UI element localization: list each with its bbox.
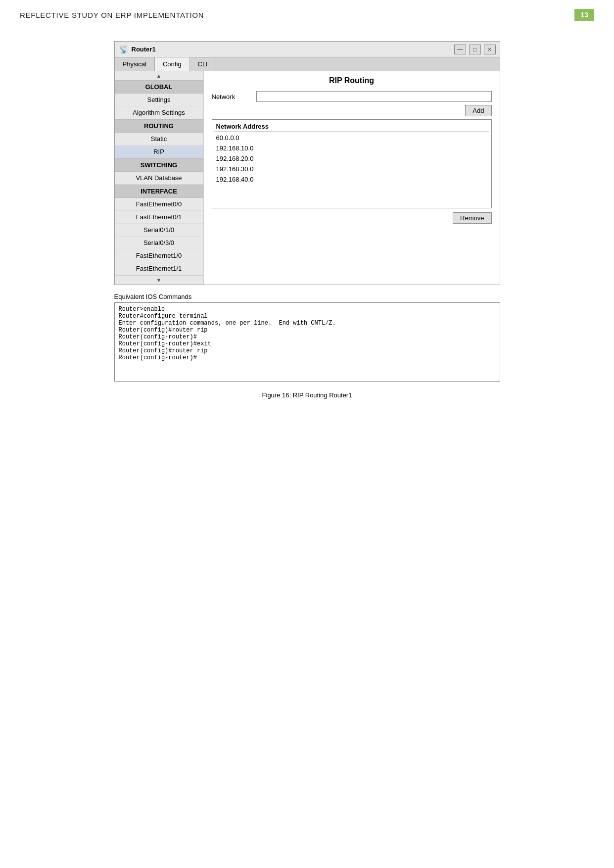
list-item[interactable]: 192.168.20.0: [214, 153, 489, 164]
ios-section: Equivalent IOS Commands Router>enable Ro…: [114, 293, 500, 382]
page-number: 13: [574, 9, 594, 21]
tab-cli[interactable]: CLI: [190, 57, 216, 71]
tab-bar: Physical Config CLI: [115, 57, 500, 71]
title-bar-left: 📡 Router1: [119, 45, 156, 54]
list-item[interactable]: 192.168.30.0: [214, 164, 489, 174]
sidebar-group-routing: ROUTING: [115, 119, 203, 133]
list-item[interactable]: 192.168.40.0: [214, 174, 489, 185]
add-button[interactable]: Add: [465, 105, 491, 116]
sidebar-item-serial010[interactable]: Serial0/1/0: [115, 224, 203, 237]
sidebar-item-fastethernet01[interactable]: FastEthernet0/1: [115, 211, 203, 224]
router-window: 📡 Router1 — □ × Physical Config CLI ▲ GL…: [114, 41, 500, 285]
network-input[interactable]: [256, 91, 492, 102]
sidebar-item-fastethernet11[interactable]: FastEthernet1/1: [115, 262, 203, 275]
list-item[interactable]: 60.0.0.0: [214, 133, 489, 143]
sidebar-scroll-down[interactable]: ▼: [115, 275, 203, 285]
close-button[interactable]: ×: [484, 45, 496, 54]
sidebar-group-interface: INTERFACE: [115, 185, 203, 198]
sidebar-item-fastethernet10[interactable]: FastEthernet1/0: [115, 249, 203, 262]
remove-row: Remove: [212, 212, 492, 224]
rip-title: RIP Routing: [212, 76, 492, 85]
network-list: Network Address 60.0.0.0 192.168.10.0 19…: [212, 119, 492, 208]
remove-button[interactable]: Remove: [453, 212, 491, 224]
page-header: REFLECTIVE STUDY ON ERP IMPLEMENTATION 1…: [0, 0, 614, 26]
figure-caption: Figure 16: RIP Routing Router1: [40, 391, 574, 399]
title-bar: 📡 Router1 — □ ×: [115, 42, 500, 57]
restore-button[interactable]: □: [469, 45, 481, 54]
sidebar-group-switching: SWITCHING: [115, 158, 203, 172]
main-content: 📡 Router1 — □ × Physical Config CLI ▲ GL…: [0, 26, 614, 414]
tab-physical[interactable]: Physical: [115, 57, 155, 71]
sidebar-item-static[interactable]: Static: [115, 133, 203, 145]
network-row: Network: [212, 91, 492, 102]
sidebar-item-fastethernet00[interactable]: FastEthernet0/0: [115, 198, 203, 211]
page-title: REFLECTIVE STUDY ON ERP IMPLEMENTATION: [20, 11, 204, 19]
tab-config[interactable]: Config: [155, 57, 190, 71]
ios-terminal[interactable]: Router>enable Router#configure terminal …: [114, 302, 500, 382]
sidebar-item-settings[interactable]: Settings: [115, 94, 203, 106]
title-bar-buttons: — □ ×: [454, 45, 496, 54]
sidebar-scroll-up[interactable]: ▲: [115, 71, 203, 80]
network-label: Network: [212, 93, 251, 100]
ios-label: Equivalent IOS Commands: [114, 293, 500, 300]
sidebar-item-algorithm-settings[interactable]: Algorithm Settings: [115, 106, 203, 119]
list-item[interactable]: 192.168.10.0: [214, 143, 489, 153]
add-row: Add: [212, 105, 492, 116]
sidebar-item-rip[interactable]: RIP: [115, 145, 203, 158]
panel-body: ▲ GLOBAL Settings Algorithm Settings ROU…: [115, 71, 500, 285]
title-bar-title: Router1: [132, 46, 156, 53]
minimize-button[interactable]: —: [454, 45, 466, 54]
rip-content: RIP Routing Network Add Network Address …: [204, 71, 500, 285]
ios-terminal-content: Router>enable Router#configure terminal …: [119, 306, 496, 361]
sidebar-item-serial030[interactable]: Serial0/3/0: [115, 237, 203, 249]
sidebar-group-global: GLOBAL: [115, 80, 203, 94]
sidebar: ▲ GLOBAL Settings Algorithm Settings ROU…: [115, 71, 204, 285]
sidebar-item-vlan-database[interactable]: VLAN Database: [115, 172, 203, 185]
network-list-header: Network Address: [214, 122, 489, 132]
router-icon: 📡: [119, 45, 129, 54]
